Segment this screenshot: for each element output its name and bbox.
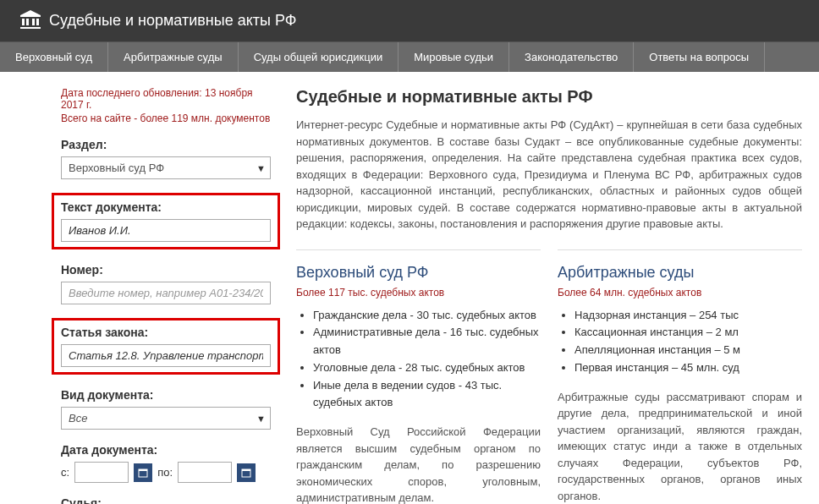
card-desc: Арбитражные суды рассматривают спорам и … (558, 389, 802, 504)
nav-answers[interactable]: Ответы на вопросы (634, 42, 765, 72)
date-to-label: по: (157, 466, 173, 479)
list-item: Кассационная инстанция – 2 мл (574, 324, 802, 342)
search-sidebar: Дата последнего обновления: 13 ноября 20… (17, 72, 279, 504)
list-item: Апелляционная инстанция – 5 м (574, 342, 802, 359)
main-nav: Верховный суд Арбитражные суды Суды обще… (0, 41, 819, 72)
nav-legislation[interactable]: Законодательство (509, 42, 634, 72)
app-title: Судебные и нормативные акты РФ (49, 12, 296, 30)
main-content: Судебные и нормативные акты РФ Интернет-… (279, 72, 802, 504)
date-to-input[interactable] (178, 462, 232, 483)
date-to-picker[interactable] (237, 463, 256, 482)
judge-label: Судья: (61, 496, 271, 504)
law-label: Статья закона: (61, 326, 271, 339)
text-label: Текст документа: (61, 200, 271, 214)
nav-general[interactable]: Суды общей юрисдикции (239, 42, 399, 72)
type-select[interactable] (61, 407, 271, 430)
meta-total: Всего на сайте - более 119 млн. документ… (61, 112, 271, 124)
card-count: Более 117 тыс. судебных актов (296, 287, 541, 299)
date-from-input[interactable] (74, 462, 129, 483)
nav-supreme[interactable]: Верховный суд (0, 42, 108, 72)
card-title: Верховный суд РФ (296, 264, 541, 282)
card-arbitration: Арбитражные суды Более 64 млн. судебных … (558, 249, 802, 505)
page-description: Интернет-ресурс Судебные и нормативные а… (296, 117, 802, 233)
date-from-picker[interactable] (134, 463, 152, 482)
section-label: Раздел: (61, 138, 271, 151)
svg-rect-3 (242, 469, 250, 471)
card-count: Более 64 млн. судебных актов (558, 287, 802, 299)
section-select[interactable] (61, 156, 271, 179)
number-label: Номер: (61, 263, 271, 277)
list-item: Административные дела - 16 тыс. судебных… (313, 324, 541, 359)
card-title: Арбитражные суды (558, 264, 802, 282)
text-input[interactable] (61, 219, 271, 242)
svg-rect-1 (139, 469, 147, 471)
nav-arbitration[interactable]: Арбитражные суды (108, 42, 239, 72)
law-input[interactable] (61, 344, 271, 367)
list-item: Уголовные дела - 28 тыс. судебных актов (313, 359, 541, 377)
card-supreme: Верховный суд РФ Более 117 тыс. судебных… (296, 249, 541, 505)
date-label: Дата документа: (61, 443, 271, 457)
meta-updated: Дата последнего обновления: 13 ноября 20… (61, 87, 271, 111)
type-label: Вид документа: (61, 388, 271, 402)
card-desc: Верховный Суд Российской Федерации являе… (296, 424, 541, 504)
nav-justice[interactable]: Мировые судьи (399, 42, 509, 72)
list-item: Надзорная инстанция – 254 тыс (574, 307, 802, 325)
list-item: Гражданские дела - 30 тыс. судебных акто… (313, 307, 541, 325)
page-title: Судебные и нормативные акты РФ (296, 87, 802, 107)
list-item: Иные дела в ведении судов - 43 тыс. суде… (313, 377, 541, 413)
list-item: Первая инстанция – 45 млн. суд (574, 359, 802, 377)
date-from-label: с: (61, 466, 69, 479)
building-icon (20, 10, 41, 31)
app-header: Судебные и нормативные акты РФ (0, 0, 819, 41)
number-input[interactable] (61, 282, 271, 304)
